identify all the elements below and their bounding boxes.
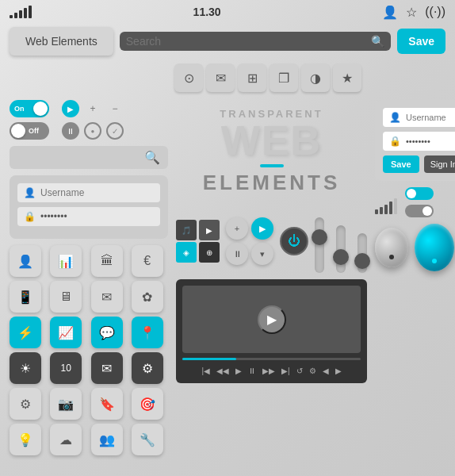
- right-signin-button[interactable]: Sign In: [424, 155, 455, 173]
- icon-btn-star[interactable]: ★: [333, 63, 361, 92]
- vid-next[interactable]: ▶|: [280, 365, 292, 377]
- user-field-icon: 👤: [24, 187, 36, 198]
- status-icons: 👤 ☆ ((·)): [382, 5, 445, 20]
- icon-btn-mail[interactable]: ✉: [206, 63, 235, 92]
- video-play-button[interactable]: ▶: [258, 305, 286, 334]
- hero-text: TRANSPARENT WEB ELEMENTS: [176, 100, 367, 203]
- knob-teal-dot: [432, 259, 437, 263]
- toggle-off[interactable]: Off: [10, 122, 49, 140]
- power-button[interactable]: ⏻: [280, 227, 308, 255]
- grid-icon-cloud[interactable]: ☁: [50, 424, 82, 455]
- right-password-field: 🔒: [383, 132, 455, 151]
- signal-bar-2: [14, 13, 17, 18]
- grid-icon-wrench[interactable]: 🔧: [132, 424, 163, 455]
- ctrl-down[interactable]: ▾: [251, 243, 273, 265]
- grid-icon-flower[interactable]: ✿: [132, 281, 163, 313]
- grid-icon-user[interactable]: 👤: [10, 245, 41, 277]
- icon-btn-chart[interactable]: ◑: [301, 63, 330, 92]
- add-button[interactable]: +: [84, 100, 101, 117]
- right-save-button[interactable]: Save: [383, 155, 419, 173]
- record-button[interactable]: ●: [84, 122, 101, 140]
- grid-icon-chat[interactable]: 💬: [91, 317, 123, 348]
- grid-icon-euro[interactable]: €: [132, 245, 163, 277]
- sliders: [315, 209, 367, 273]
- grid-icon-settings-dark[interactable]: ⚙: [132, 352, 163, 384]
- signal-bars: [10, 6, 32, 18]
- rsb-5: [394, 198, 397, 214]
- signal-bar-4: [24, 8, 27, 18]
- ctrl-plus[interactable]: +: [226, 217, 248, 240]
- mini-toggle-1-row: [405, 187, 434, 200]
- knob-teal[interactable]: [415, 224, 454, 271]
- slider-1-handle[interactable]: [312, 229, 327, 245]
- web-accent-line: [260, 164, 284, 167]
- web-elements-button[interactable]: Web Elements: [10, 27, 113, 56]
- slider-3-track: [358, 233, 367, 273]
- grid-icon-lightning[interactable]: ⚡: [10, 317, 41, 348]
- grid-icon-mobile[interactable]: 📱: [10, 281, 41, 313]
- grid-icon-users[interactable]: 👥: [91, 424, 123, 455]
- right-username-input[interactable]: [406, 113, 455, 122]
- right-username-field: 👤: [383, 108, 455, 127]
- vid-settings[interactable]: ⚙: [308, 365, 318, 377]
- grid-icon-trending[interactable]: 📈: [50, 317, 82, 348]
- grid-icon-pin[interactable]: 📍: [132, 317, 163, 348]
- signal-toggle-row: [375, 187, 455, 217]
- ctrl-play[interactable]: ▶: [251, 217, 273, 240]
- grid-icon-bookmark[interactable]: 🔖: [91, 388, 123, 420]
- vid-refresh[interactable]: ↺: [295, 365, 304, 377]
- rsb-3: [384, 205, 388, 214]
- grid-icon-10[interactable]: 10: [50, 352, 82, 384]
- grid-icon-mail2[interactable]: ✉: [91, 281, 123, 313]
- toggle-on[interactable]: On: [10, 100, 49, 117]
- vid-prev[interactable]: ◀◀: [215, 365, 231, 377]
- main-content: On ▶ + − Off ⏸ ● ✓ 🔍: [0, 97, 455, 459]
- right-user-icon: 👤: [389, 112, 401, 123]
- slider-2-handle[interactable]: [333, 249, 349, 265]
- mini-toggle-1-knob: [407, 189, 416, 198]
- search-input[interactable]: [126, 35, 367, 48]
- grid-icon-chart[interactable]: 📊: [50, 245, 82, 277]
- grid-icon-camera[interactable]: 📷: [50, 388, 82, 420]
- vid-next2[interactable]: ▶: [334, 365, 343, 377]
- video-screen: ▶: [182, 286, 361, 353]
- vid-prev2[interactable]: ◀: [321, 365, 331, 377]
- grid-icon-building[interactable]: 🏛: [91, 245, 123, 277]
- search-bar: 🔍: [120, 32, 392, 51]
- grid-icon-mail-dark[interactable]: ✉: [91, 352, 123, 384]
- grid-icon-monitor[interactable]: 🖥: [50, 281, 82, 313]
- vid-play2[interactable]: ▶: [234, 365, 243, 377]
- toggle-off-row: Off ⏸ ● ✓: [10, 122, 168, 140]
- video-progress-bar[interactable]: [182, 358, 361, 360]
- web-label: WEB: [176, 120, 367, 161]
- mini-toggle-2[interactable]: [405, 205, 434, 217]
- username-field: 👤: [17, 183, 160, 202]
- right-password-input[interactable]: [406, 136, 455, 146]
- grid-icon-settings2[interactable]: ⚙: [10, 388, 41, 420]
- password-input[interactable]: [40, 211, 159, 222]
- ctrl-pause[interactable]: ⏸: [226, 243, 248, 265]
- play-button[interactable]: ▶: [62, 100, 79, 117]
- pause-button[interactable]: ⏸: [62, 122, 79, 140]
- slider-3-handle[interactable]: [354, 253, 370, 269]
- mini-toggle-1[interactable]: [405, 187, 434, 200]
- save-button[interactable]: Save: [397, 29, 445, 54]
- vid-skip-start[interactable]: |◀: [200, 365, 212, 377]
- secondary-search-input[interactable]: [17, 152, 140, 163]
- grid-icon-bulb[interactable]: 💡: [10, 424, 41, 455]
- vid-skip-end[interactable]: ▶▶: [261, 365, 277, 377]
- minus-button[interactable]: −: [106, 100, 124, 117]
- search-icon: 🔍: [371, 35, 384, 48]
- vid-pause2[interactable]: ⏸: [247, 365, 258, 377]
- check-button[interactable]: ✓: [106, 122, 124, 140]
- login-box-right: 👤 🔒 Save Sign In: [375, 100, 455, 181]
- mini-toggles: [405, 187, 434, 217]
- icon-btn-settings[interactable]: ⊙: [174, 63, 203, 92]
- username-input[interactable]: [40, 187, 159, 198]
- right-panel: 👤 🔒 Save Sign In: [375, 100, 455, 455]
- icon-btn-grid[interactable]: ⊞: [238, 63, 266, 92]
- knob-1[interactable]: [375, 228, 408, 267]
- icon-btn-layers[interactable]: ❐: [270, 63, 298, 92]
- grid-icon-target[interactable]: 🎯: [132, 388, 163, 420]
- grid-icon-sun[interactable]: ☀: [10, 352, 41, 384]
